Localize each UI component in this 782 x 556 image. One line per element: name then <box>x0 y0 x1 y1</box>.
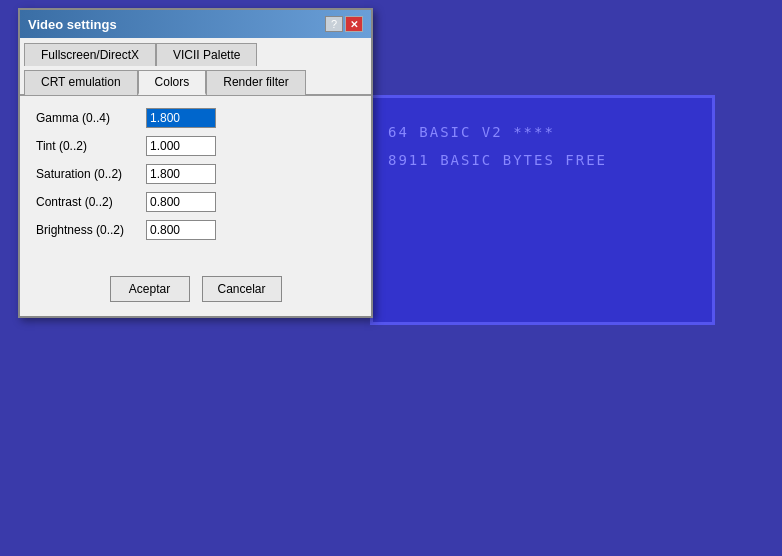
dialog-form: Gamma (0..4) Tint (0..2) Saturation (0..… <box>20 96 371 260</box>
brightness-row: Brightness (0..2) <box>36 220 355 240</box>
tab-render[interactable]: Render filter <box>206 70 305 95</box>
tint-input[interactable] <box>146 136 216 156</box>
tint-label: Tint (0..2) <box>36 139 146 153</box>
c64-display: 64 BASIC V2 **** 8911 BASIC BYTES FREE <box>373 98 712 194</box>
tab-row-1: Fullscreen/DirectX VICII Palette <box>24 42 367 65</box>
dialog-controls: ? ✕ <box>325 16 363 32</box>
brightness-input[interactable] <box>146 220 216 240</box>
gamma-row: Gamma (0..4) <box>36 108 355 128</box>
tint-row: Tint (0..2) <box>36 136 355 156</box>
dialog-footer: Aceptar Cancelar <box>20 260 371 316</box>
contrast-row: Contrast (0..2) <box>36 192 355 212</box>
saturation-input[interactable] <box>146 164 216 184</box>
tab-fullscreen[interactable]: Fullscreen/DirectX <box>24 43 156 66</box>
dialog-close-button[interactable]: ✕ <box>345 16 363 32</box>
aceptar-button[interactable]: Aceptar <box>110 276 190 302</box>
saturation-row: Saturation (0..2) <box>36 164 355 184</box>
saturation-label: Saturation (0..2) <box>36 167 146 181</box>
c64-line1: 64 BASIC V2 **** <box>388 118 697 146</box>
gamma-input[interactable] <box>146 108 216 128</box>
tab-bar: Fullscreen/DirectX VICII Palette CRT emu… <box>20 38 371 96</box>
dialog-titlebar: Video settings ? ✕ <box>20 10 371 38</box>
tab-vicii[interactable]: VICII Palette <box>156 43 257 66</box>
dialog-title: Video settings <box>28 17 117 32</box>
gamma-label: Gamma (0..4) <box>36 111 146 125</box>
tab-row-2: CRT emulation Colors Render filter <box>24 69 367 94</box>
tab-colors[interactable]: Colors <box>138 70 207 95</box>
c64-line2: 8911 BASIC BYTES FREE <box>388 146 697 174</box>
contrast-label: Contrast (0..2) <box>36 195 146 209</box>
dialog-help-button[interactable]: ? <box>325 16 343 32</box>
brightness-label: Brightness (0..2) <box>36 223 146 237</box>
video-settings-dialog: Video settings ? ✕ Fullscreen/DirectX VI… <box>18 8 373 318</box>
c64-screen: 64 BASIC V2 **** 8911 BASIC BYTES FREE <box>370 95 715 325</box>
contrast-input[interactable] <box>146 192 216 212</box>
tab-crt[interactable]: CRT emulation <box>24 70 138 95</box>
cancelar-button[interactable]: Cancelar <box>202 276 282 302</box>
